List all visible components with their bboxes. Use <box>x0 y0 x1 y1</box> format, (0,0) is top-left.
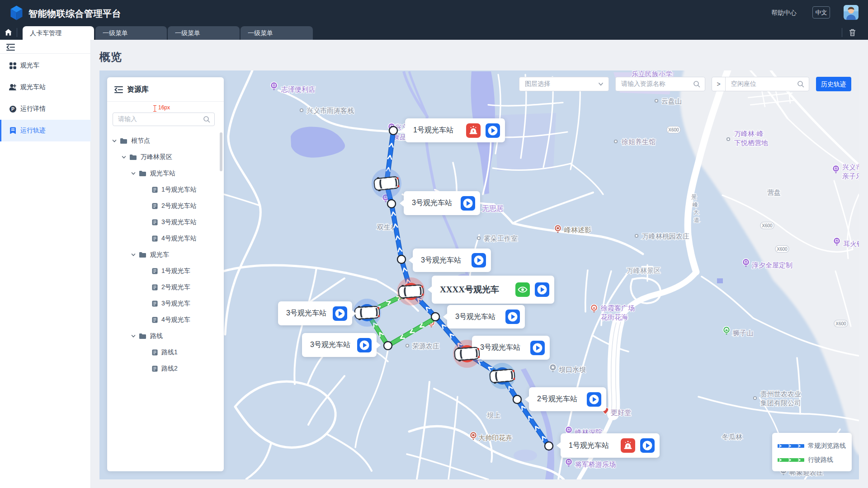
svg-text:X600: X600 <box>668 127 679 132</box>
svg-text:X600: X600 <box>762 223 773 228</box>
svg-text:淳夕全屋定制: 淳夕全屋定制 <box>752 261 793 269</box>
svg-text:花街花海: 花街花海 <box>601 313 628 321</box>
svg-text:大帅印花卉: 大帅印花卉 <box>478 434 512 441</box>
svg-text:将军桥游乐场: 将军桥游乐场 <box>575 460 616 468</box>
svg-text:大: 大 <box>693 209 699 216</box>
svg-text:贵州世农农业: 贵州世农农业 <box>760 390 801 398</box>
svg-text:万峰林桃园农庄: 万峰林桃园农庄 <box>642 232 689 240</box>
svg-text:营盘: 营盘 <box>767 188 781 196</box>
svg-text:兴义市雨涛客栈: 兴义市雨涛客栈 <box>307 107 354 114</box>
svg-text:X600: X600 <box>777 247 788 252</box>
svg-text:P: P <box>11 106 14 112</box>
svg-text:道: 道 <box>694 217 699 223</box>
svg-text:徐霞客广场: 徐霞客广场 <box>600 304 635 312</box>
svg-text:狮子山: 狮子山 <box>733 329 753 337</box>
svg-text:亲子乐: 亲子乐 <box>842 172 859 180</box>
svg-text:徐姐养生馆: 徐姐养生馆 <box>621 138 656 145</box>
svg-text:集团有限公司: 集团有限公司 <box>760 399 801 407</box>
svg-text:云盘山: 云盘山 <box>661 97 682 105</box>
svg-text:X600: X600 <box>835 321 846 326</box>
svg-text:下悦栖营地: 下悦栖营地 <box>734 139 768 146</box>
svg-text:冬瓜林: 冬瓜林 <box>722 433 742 441</box>
svg-text:志泽便利店: 志泽便利店 <box>281 85 315 93</box>
svg-text:景: 景 <box>691 194 697 200</box>
svg-text:万峰林·峰: 万峰林·峰 <box>734 130 764 137</box>
svg-text:兴义市: 兴义市 <box>842 163 859 171</box>
svg-text:坝上: 坝上 <box>487 411 500 419</box>
svg-text:万峰林景区: 万峰林景区 <box>627 267 660 274</box>
svg-text:峰: 峰 <box>693 202 698 208</box>
svg-text:耳火锅: 耳火锅 <box>843 240 859 248</box>
svg-text:雾朵工作室: 雾朵工作室 <box>484 235 518 242</box>
svg-text:更好堂: 更好堂 <box>611 408 631 416</box>
svg-text:无思居: 无思居 <box>482 205 504 212</box>
svg-text:坝口水坝: 坝口水坝 <box>559 366 586 373</box>
svg-text:峰林述影: 峰林述影 <box>564 226 591 234</box>
svg-text:荣源农庄: 荣源农庄 <box>412 342 439 350</box>
